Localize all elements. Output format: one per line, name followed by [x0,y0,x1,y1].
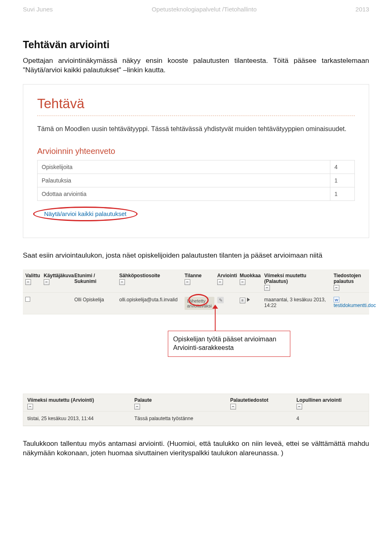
view-grade-link[interactable]: Näytä/arvioi kaikki palautukset [44,210,127,217]
collapse-icon[interactable]: − [44,279,49,285]
word-file-icon: W [334,297,339,303]
submitted-date: maanantai, 3 kesäkuu 2013, 14:22 [262,293,331,314]
collapse-icon[interactable]: − [240,279,245,285]
grade-icon[interactable]: ✎ [217,297,224,303]
edit-icon[interactable]: ≡ [240,298,245,303]
final-grade: 4 [292,412,369,426]
feedback-text: Tässä palautetta työstänne [130,412,226,426]
page-content: Tehtävän arviointi Opettajan arviointinä… [0,39,392,490]
collapse-icon[interactable]: − [296,404,302,410]
collapse-icon[interactable]: − [264,285,270,291]
divider [37,116,355,116]
screenshot-tehtava: Tehtävä Tämä on Moodlen uusin tehtävätyy… [23,84,369,238]
red-circle-annotation [188,294,209,306]
mid-paragraph: Saat esiin arviointaulukon, josta näet o… [23,251,369,260]
header-author: Suvi Junes [23,6,53,13]
intro-paragraph: Opettajan arviointinäkymässä näkyy ensin… [23,56,369,75]
screenshot-grading-table: Valittu− Käyttäjäkuva− Etunimi / Sukunim… [23,269,369,314]
page-header: Suvi Junes Opetusteknologiapalvelut /Tie… [0,0,392,22]
callout-box: Opiskelijan työtä pääset arvioimaan Arvi… [168,331,290,357]
closing-paragraph: Taulukkoon tallentuu myös antamasi arvio… [23,439,369,458]
header-year: 2013 [356,6,369,13]
summary-table: Opiskelijoita4 Palautuksia1 Odottaa arvi… [37,160,355,201]
collapse-icon[interactable]: − [119,279,125,285]
circled-link: Näytä/arvioi kaikki palautukset [33,207,138,221]
screenshot-grading-result: Viimeksi muutettu (Arviointi)− Palaute− … [23,394,369,426]
collapse-icon[interactable]: − [334,285,339,291]
table-row: tiistai, 25 kesäkuu 2013, 11:44 Tässä pa… [23,412,369,426]
summary-subtitle: Arvioinnin yhteenveto [37,147,355,156]
menu-caret-icon[interactable] [247,298,250,302]
summary-row: Odottaa arviointia1 [38,187,355,201]
arrow-line [215,307,216,331]
collapse-icon[interactable]: − [25,279,31,285]
summary-row: Opiskelijoita4 [38,160,355,174]
tehtava-title: Tehtävä [37,96,355,116]
summary-row: Palautuksia1 [38,174,355,187]
row-checkbox[interactable] [25,297,30,302]
table-header-row: Viimeksi muutettu (Arviointi)− Palaute− … [23,394,369,412]
header-dept: Opetusteknologiapalvelut /Tietohallinto [151,6,256,13]
tehtava-desc: Tämä on Moodlen uusin tehtävätyyppi. Täs… [37,124,355,134]
collapse-icon[interactable]: − [27,404,33,410]
graded-date: tiistai, 25 kesäkuu 2013, 11:44 [23,412,130,426]
collapse-icon[interactable]: − [185,279,190,285]
doc-title: Tehtävän arviointi [23,39,369,51]
table-header-row: Valittu− Käyttäjäkuva− Etunimi / Sukunim… [23,269,369,293]
collapse-icon[interactable]: − [134,404,140,410]
collapse-icon[interactable]: − [217,279,223,285]
student-name: Olli Opiskelija [72,293,117,314]
student-email: olli.opiskelija@uta.fi.invalid [117,293,182,314]
file-name[interactable]: testidokumentti.doc [334,303,376,308]
collapse-icon[interactable]: − [230,404,236,410]
screenshot-grading-table-wrap: Valittu− Käyttäjäkuva− Etunimi / Sukunim… [23,269,369,376]
